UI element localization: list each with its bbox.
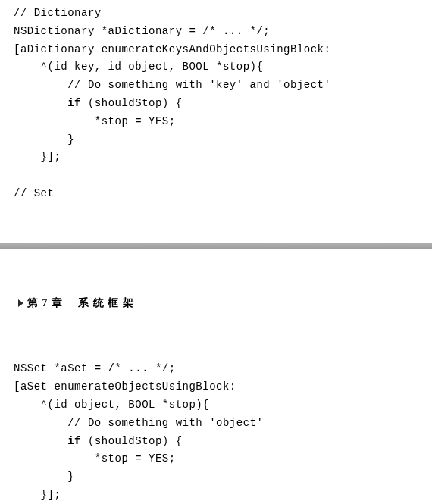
chapter-title: 系 统 框 架 (78, 294, 134, 312)
code-line: }]; (14, 489, 61, 501)
code-comment: // Set (14, 187, 54, 199)
chapter-arrow-icon (18, 299, 23, 307)
code-line: *stop = YES; (14, 452, 176, 465)
keyword-if: if (67, 97, 81, 109)
code-line: if (shouldStop) { (14, 97, 183, 109)
code-line: ^(id key, id object, BOOL *stop){ (14, 61, 263, 73)
chapter-number: 第 7 章 (27, 294, 63, 312)
code-line: [aDictionary enumerateKeysAndObjectsUsin… (14, 43, 330, 55)
code-line: } (14, 471, 74, 483)
page-separator (0, 220, 432, 273)
code-line: }]; (14, 151, 61, 163)
code-line: } (14, 133, 74, 146)
code-block-set: NSSet *aSet = /* ... */; [aSet enumerate… (14, 360, 418, 504)
page-upper: // Dictionary NSDictionary *aDictionary … (0, 0, 432, 220)
code-comment: // Dictionary (14, 7, 102, 19)
code-indent (14, 97, 67, 109)
code-line: *stop = YES; (14, 115, 176, 127)
code-comment: // Do something with 'key' and 'object' (14, 79, 330, 91)
keyword-if: if (67, 435, 81, 447)
code-line: NSSet *aSet = /* ... */; (14, 362, 176, 374)
code-line: if (shouldStop) { (14, 435, 183, 447)
code-block-dictionary: // Dictionary NSDictionary *aDictionary … (14, 5, 418, 203)
code-line: [aSet enumerateObjectsUsingBlock: (14, 380, 236, 393)
code-comment: // Do something with 'object' (14, 417, 263, 429)
code-line: ^(id object, BOOL *stop){ (14, 399, 209, 411)
code-fragment: (shouldStop) { (81, 97, 183, 109)
code-indent (14, 435, 67, 447)
page-lower: 第 7 章 系 统 框 架 NSSet *aSet = /* ... */; [… (0, 273, 432, 504)
code-fragment: (shouldStop) { (81, 435, 183, 447)
chapter-heading: 第 7 章 系 统 框 架 (14, 294, 418, 321)
code-line: NSDictionary *aDictionary = /* ... */; (14, 25, 270, 37)
